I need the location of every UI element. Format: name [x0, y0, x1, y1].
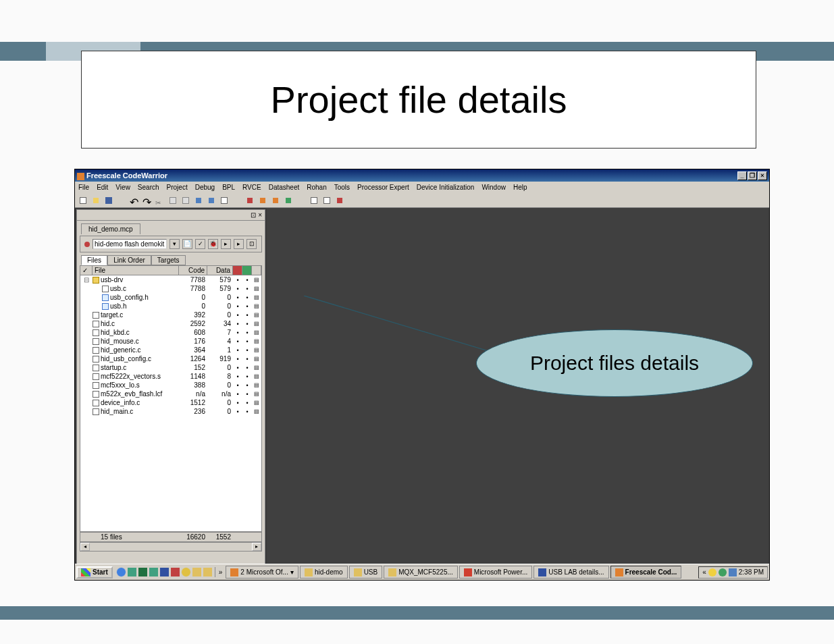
ql-app2-icon[interactable] [170, 567, 180, 577]
open-icon[interactable] [90, 195, 101, 206]
file-menu-icon[interactable]: ▤ [252, 321, 261, 327]
file-menu-icon[interactable]: ▤ [252, 400, 261, 406]
file-row[interactable]: hid_main.c2360••▤ [80, 407, 261, 416]
tab-link-order[interactable]: Link Order [107, 255, 151, 265]
start-button[interactable]: Start [76, 566, 113, 579]
file-row[interactable]: usb_config.h00••▤ [80, 293, 261, 302]
col-debug-icon[interactable] [233, 266, 242, 275]
tray-icon2[interactable] [719, 568, 727, 576]
file-menu-icon[interactable]: ▤ [252, 382, 261, 388]
taskbar-item[interactable]: USB [349, 566, 383, 579]
new-icon[interactable] [78, 195, 88, 206]
menu-window[interactable]: Window [481, 184, 506, 191]
file-row[interactable]: m522x_evb_flash.lcfn/an/a••▤ [80, 390, 261, 398]
tab-targets[interactable]: Targets [151, 255, 186, 265]
stop-icon[interactable] [244, 195, 255, 206]
save-icon[interactable] [103, 195, 114, 206]
menu-view[interactable]: View [115, 184, 130, 191]
file-row[interactable]: hid_mouse.c1764••▤ [80, 337, 261, 346]
menu-project[interactable]: Project [167, 184, 188, 191]
file-row[interactable]: usb.h00••▤ [80, 302, 261, 311]
menu-rvce[interactable]: RVCE [242, 184, 261, 191]
menu-debug[interactable]: Debug [195, 184, 215, 191]
file-menu-icon[interactable]: ▤ [252, 329, 261, 336]
file-menu-icon[interactable]: ▤ [252, 312, 261, 318]
menu-search[interactable]: Search [138, 184, 159, 191]
file-menu-icon[interactable]: ▤ [252, 286, 261, 292]
minimize-button[interactable]: _ [737, 171, 747, 180]
file-menu-icon[interactable]: ▤ [252, 408, 261, 414]
ql-app3-icon[interactable] [181, 567, 191, 577]
col-code[interactable]: Code [179, 266, 207, 275]
file-row[interactable]: mcf5222x_vectors.s11488••▤ [80, 372, 261, 381]
project-tab[interactable]: hid_demo.mcp [81, 223, 140, 234]
file-menu-icon[interactable]: ▤ [252, 373, 261, 379]
ql-ie-icon[interactable] [116, 567, 126, 577]
file-menu-icon[interactable]: ▤ [252, 391, 261, 397]
close-button[interactable]: × [758, 171, 767, 180]
taskbar-item[interactable]: 2 Microsoft Of... ▾ [226, 566, 298, 579]
cut-icon[interactable] [155, 195, 165, 206]
menu-tools[interactable]: Tools [334, 184, 350, 191]
ql-app1-icon[interactable] [149, 567, 159, 577]
run-icon[interactable] [283, 195, 294, 206]
file-row[interactable]: device_info.c15120••▤ [80, 398, 261, 407]
file-row[interactable]: hid_usb_config.c1264919••▤ [80, 354, 261, 363]
target-opt-icon[interactable]: ⊡ [246, 239, 257, 249]
taskbar-item[interactable]: hid-demo [300, 566, 348, 579]
tb-doc-icon[interactable] [219, 195, 230, 206]
make-icon[interactable] [270, 195, 281, 206]
menu-device-init[interactable]: Device Initialization [417, 184, 475, 191]
menu-edit[interactable]: Edit [97, 184, 108, 191]
menu-processor-expert[interactable]: Processor Expert [357, 184, 409, 191]
col-data[interactable]: Data [207, 266, 233, 275]
ql-folder-icon[interactable] [192, 567, 202, 577]
target-dropdown-icon[interactable]: ▾ [170, 239, 180, 249]
ql-word-icon[interactable] [159, 567, 170, 577]
panel-close-icon[interactable]: ⊡ × [251, 211, 262, 219]
file-row[interactable]: target.c3920••▤ [80, 311, 261, 319]
target-run-icon[interactable]: ▸ [234, 239, 244, 249]
tray-icon3[interactable] [729, 568, 737, 576]
tray-chevron-icon[interactable]: « [702, 568, 706, 576]
col-check[interactable]: ✓ [80, 266, 93, 275]
target-bug-icon[interactable]: 🐞 [208, 239, 218, 249]
paste-icon[interactable] [180, 195, 191, 206]
taskbar-item[interactable]: Freescale Cod... [610, 566, 682, 579]
file-row[interactable]: startup.c1520••▤ [80, 363, 261, 372]
ql-excel-icon[interactable] [138, 567, 148, 577]
menu-datasheet[interactable]: Datasheet [269, 184, 300, 191]
menu-help[interactable]: Help [513, 184, 527, 191]
menu-bpl[interactable]: BPL [222, 184, 235, 191]
h-scrollbar[interactable]: ◂ ▸ [80, 542, 262, 552]
tb-extra1-icon[interactable] [309, 195, 319, 206]
file-row[interactable]: usb.c7788579••▤ [80, 284, 261, 293]
taskbar-item[interactable]: MQX_MCF5225... [384, 566, 458, 579]
file-row[interactable]: ⊟usb-drv7788579••▤ [80, 275, 261, 284]
copy-icon[interactable] [167, 195, 178, 206]
col-file[interactable]: File [93, 266, 179, 275]
file-row[interactable]: hid.c259234••▤ [80, 319, 261, 328]
findnext-icon[interactable] [206, 195, 217, 206]
menu-rohan[interactable]: Rohan [307, 184, 326, 191]
undo-icon[interactable]: ↶ [129, 195, 140, 206]
col-target-icon[interactable] [242, 266, 252, 275]
tb-extra2-icon[interactable] [321, 195, 332, 206]
ql-desktop-icon[interactable] [127, 567, 137, 577]
ql-chevron-icon[interactable]: » [217, 568, 225, 576]
target-check-icon[interactable]: ✓ [195, 239, 205, 249]
tab-files[interactable]: Files [81, 255, 107, 265]
target-btn1-icon[interactable]: 📄 [182, 239, 192, 249]
scroll-right-icon[interactable]: ▸ [252, 543, 261, 551]
file-menu-icon[interactable]: ▤ [252, 277, 261, 283]
file-menu-icon[interactable]: ▤ [252, 365, 261, 371]
file-row[interactable]: hid_generic.c3641••▤ [80, 346, 261, 354]
menu-file[interactable]: File [78, 184, 89, 191]
redo-icon[interactable]: ↷ [142, 195, 153, 206]
taskbar-item[interactable]: USB LAB details... [533, 566, 608, 579]
file-menu-icon[interactable]: ▤ [252, 294, 261, 300]
restore-button[interactable]: ❐ [748, 171, 757, 180]
file-menu-icon[interactable]: ▤ [252, 338, 261, 344]
taskbar-item[interactable]: Microsoft Power... [459, 566, 532, 579]
tray-icon1[interactable] [708, 568, 716, 576]
